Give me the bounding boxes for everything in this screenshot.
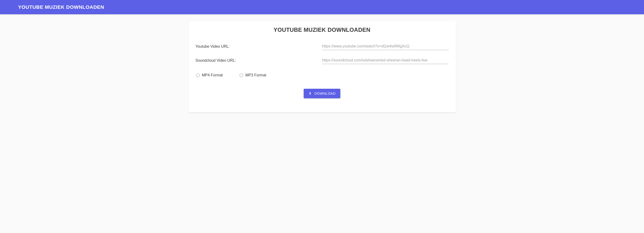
- app-header: YOUTUBE MUZIEK DOWNLOADEN: [0, 0, 644, 14]
- main-content: YOUTUBE MUZIEK DOWNLOADEN Youtube Video …: [0, 14, 644, 120]
- youtube-label: Youtube Video URL:: [196, 44, 322, 49]
- mp3-radio-label: MP3 Format: [246, 73, 266, 77]
- mp3-radio[interactable]: [240, 74, 243, 77]
- download-button-label: DOWNLOAD: [315, 92, 336, 95]
- format-radio-group: MP4 Format MP3 Format: [196, 73, 449, 77]
- youtube-row: Youtube Video URL:: [196, 43, 449, 50]
- soundcloud-row: Soundcloud Video URL:: [196, 57, 449, 64]
- app-title: YOUTUBE MUZIEK DOWNLOADEN: [18, 4, 626, 10]
- youtube-url-input[interactable]: [322, 43, 449, 50]
- soundcloud-input-wrap: [322, 57, 449, 64]
- soundcloud-label: Soundcloud Video URL:: [196, 58, 322, 63]
- download-icon: [308, 92, 312, 95]
- mp4-radio-item[interactable]: MP4 Format: [196, 73, 223, 77]
- soundcloud-url-input[interactable]: [322, 57, 449, 64]
- card-title: YOUTUBE MUZIEK DOWNLOADEN: [196, 26, 449, 33]
- mp3-radio-item[interactable]: MP3 Format: [240, 73, 266, 77]
- youtube-input-wrap: [322, 43, 449, 50]
- download-button[interactable]: DOWNLOAD: [304, 89, 340, 98]
- download-card: YOUTUBE MUZIEK DOWNLOADEN Youtube Video …: [188, 21, 456, 112]
- button-row: DOWNLOAD: [196, 89, 449, 98]
- mp4-radio[interactable]: [196, 74, 200, 77]
- mp4-radio-label: MP4 Format: [202, 73, 223, 77]
